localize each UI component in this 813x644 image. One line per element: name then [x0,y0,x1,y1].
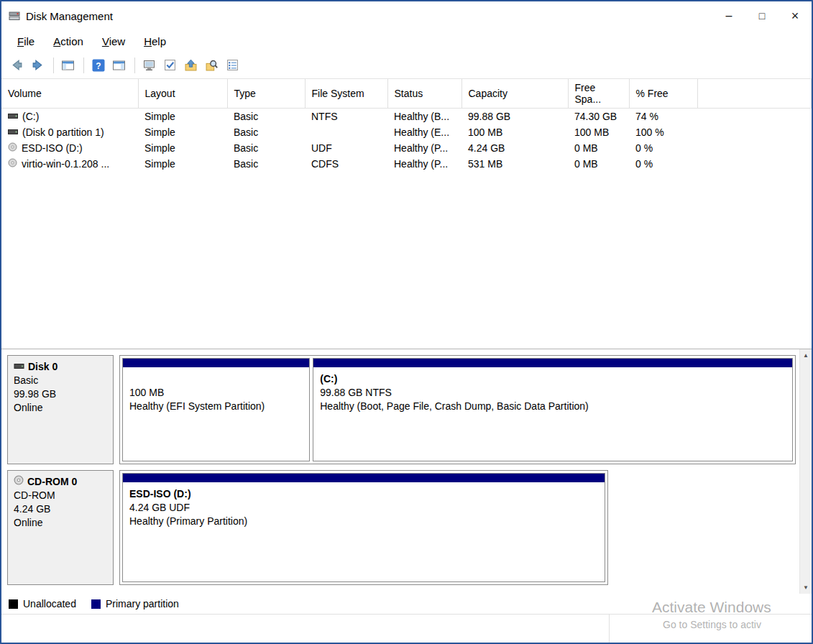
disk-size: 99.98 GB [14,387,107,401]
cd-rom-0-row: CD-ROM 0 CD-ROM 4.24 GB Online ESD-ISO (… [7,470,812,585]
graphical-view-pane: Disk 0 Basic 99.98 GB Online 100 MB Heal… [1,349,812,594]
svg-text:?: ? [96,60,101,70]
table-row[interactable]: ESD-ISO (D:) Simple Basic UDF Healthy (P… [1,140,812,156]
partition-esd-iso[interactable]: ESD-ISO (D:) 4.24 GB UDF Healthy (Primar… [122,473,605,582]
cd-rom-0-partitions: ESD-ISO (D:) 4.24 GB UDF Healthy (Primar… [119,470,608,585]
column-header-layout[interactable]: Layout [138,79,227,109]
help-icon[interactable]: ? [88,55,108,75]
table-row[interactable]: virtio-win-0.1.208 ... Simple Basic CDFS… [1,156,812,172]
toolbar-separator [53,58,54,73]
minimize-button[interactable]: – [712,1,745,30]
primary-partition-color-swatch [91,599,101,609]
menu-action[interactable]: Action [46,32,91,50]
disk-management-app-icon [9,10,20,22]
checklist-icon[interactable] [160,55,180,75]
vertical-scrollbar[interactable]: ▲ ▼ [799,349,812,594]
titlebar[interactable]: Disk Management – □ × [1,1,812,30]
menu-view[interactable]: View [95,32,132,50]
partition-size: 100 MB [129,386,303,400]
column-header-type[interactable]: Type [227,79,305,109]
toolbar-separator [83,58,84,73]
primary-partition-strip [123,474,605,482]
partition-efi[interactable]: 100 MB Healthy (EFI System Partition) [122,358,310,461]
partition-status: Healthy (EFI System Partition) [129,400,303,413]
hard-disk-icon [8,126,18,138]
legend-unallocated-label: Unallocated [23,598,76,610]
folder-up-arrow-icon[interactable] [181,55,201,75]
column-header-free-space[interactable]: Free Spa... [568,79,629,109]
unallocated-color-swatch [9,599,18,609]
cd-rom-icon [8,142,17,154]
details-list-icon[interactable] [223,55,242,75]
disk-type: CD-ROM [14,489,107,502]
column-header-capacity[interactable]: Capacity [461,79,568,109]
primary-partition-strip [123,359,309,367]
hard-disk-icon [14,360,24,374]
partition-size: 4.24 GB UDF [129,501,598,515]
cd-rom-icon [14,475,24,489]
partition-size: 99.88 GB NTFS [320,386,786,400]
monitor-icon[interactable] [139,55,159,75]
disk-size: 4.24 GB [14,502,107,516]
menubar: File Action View Help [1,30,812,52]
menu-help[interactable]: Help [137,32,173,50]
close-button[interactable]: × [778,1,812,30]
back-icon[interactable] [7,55,27,75]
legend-bar: Unallocated Primary partition [1,594,812,614]
table-row[interactable]: (Disk 0 partition 1) Simple Basic Health… [1,124,812,140]
cd-rom-icon [8,158,17,170]
partition-status: Healthy (Primary Partition) [129,515,598,528]
table-header-row: Volume Layout Type File System Status Ca… [1,79,812,109]
window-title: Disk Management [26,10,113,22]
column-header-pct-free[interactable]: % Free [629,79,697,109]
cd-rom-0-label[interactable]: CD-ROM 0 CD-ROM 4.24 GB Online [7,470,114,585]
show-console-tree-icon[interactable] [58,55,78,75]
toolbar-separator [134,58,135,73]
volume-list-pane: Volume Layout Type File System Status Ca… [1,79,812,349]
disk-type: Basic [14,374,107,387]
disk-management-window: Disk Management – □ × File Action View H… [0,0,813,644]
disk-0-partitions: 100 MB Healthy (EFI System Partition) (C… [119,355,796,464]
volume-table: Volume Layout Type File System Status Ca… [1,79,812,172]
hard-disk-icon [8,111,18,122]
show-action-pane-icon[interactable] [109,55,129,75]
table-row[interactable]: (C:) Simple Basic NTFS Healthy (B... 99.… [1,109,812,124]
statusbar [1,614,812,643]
primary-partition-strip [313,359,792,367]
menu-file[interactable]: File [10,32,42,50]
legend-primary-partition-label: Primary partition [106,598,179,610]
scroll-up-icon[interactable]: ▲ [800,349,812,362]
disk-status: Online [14,516,107,530]
partition-status: Healthy (Boot, Page File, Crash Dump, Ba… [320,400,786,413]
disk-0-label[interactable]: Disk 0 Basic 99.98 GB Online [7,355,114,464]
scroll-down-icon[interactable]: ▼ [800,581,812,594]
column-header-status[interactable]: Status [387,79,461,109]
column-header-blank [697,79,812,109]
column-header-volume[interactable]: Volume [1,79,138,109]
column-header-file-system[interactable]: File System [305,79,387,109]
toolbar: ? [1,52,812,79]
search-folder-icon[interactable] [202,55,221,75]
disk-status: Online [14,401,107,415]
disk-0-row: Disk 0 Basic 99.98 GB Online 100 MB Heal… [7,355,812,464]
maximize-button[interactable]: □ [745,1,778,30]
partition-c-drive[interactable]: (C:) 99.88 GB NTFS Healthy (Boot, Page F… [313,358,793,461]
statusbar-divider [609,615,610,643]
forward-icon[interactable] [28,55,47,75]
